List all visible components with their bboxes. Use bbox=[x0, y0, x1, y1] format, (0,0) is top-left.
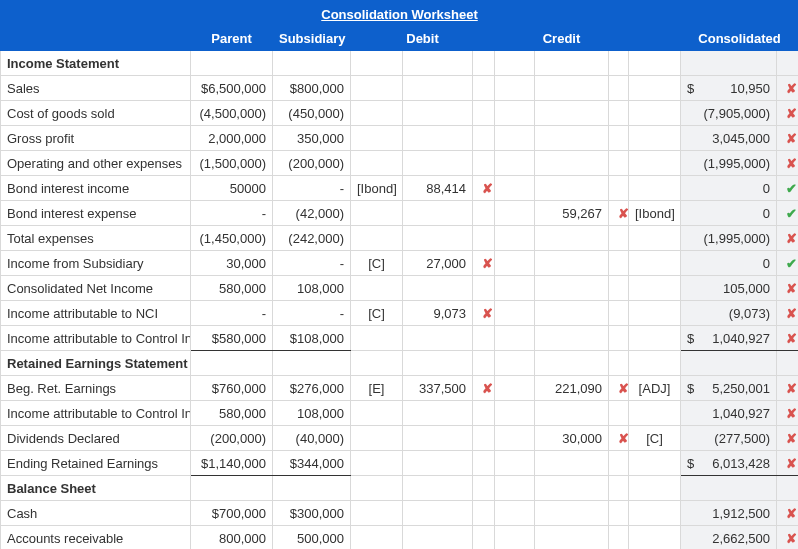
debit-cell[interactable] bbox=[403, 326, 473, 351]
row-label: Gross profit bbox=[1, 126, 191, 151]
section-heading: Retained Earnings Statement bbox=[1, 351, 191, 376]
debit-cell[interactable] bbox=[403, 451, 473, 476]
consolidated-mark: ✘ bbox=[777, 526, 799, 550]
debit-cell[interactable] bbox=[403, 76, 473, 101]
table-row: Beg. Ret. Earnings$760,000$276,000[E]337… bbox=[1, 376, 799, 401]
x-icon: ✘ bbox=[618, 431, 629, 446]
debit-cell[interactable] bbox=[403, 126, 473, 151]
debit-cell[interactable] bbox=[403, 526, 473, 550]
consolidated-cell[interactable]: 0 bbox=[681, 201, 777, 226]
credit-cell[interactable] bbox=[535, 151, 609, 176]
debit-cell[interactable] bbox=[403, 226, 473, 251]
x-icon: ✘ bbox=[786, 231, 797, 246]
debit-cell[interactable] bbox=[403, 401, 473, 426]
credit-mark: ✘ bbox=[609, 426, 629, 451]
table-row: Bond interest income50000-[Ibond]88,414✘… bbox=[1, 176, 799, 201]
col-parent: Parent bbox=[191, 26, 273, 51]
subsidiary-cell: $300,000 bbox=[273, 501, 351, 526]
consolidated-cell[interactable]: 1,040,927 bbox=[681, 401, 777, 426]
credit-cell[interactable] bbox=[535, 226, 609, 251]
debit-ref bbox=[351, 451, 403, 476]
debit-cell[interactable] bbox=[403, 151, 473, 176]
credit-cell[interactable] bbox=[535, 101, 609, 126]
consolidated-mark: ✘ bbox=[777, 401, 799, 426]
debit-mark bbox=[473, 126, 495, 151]
consolidated-cell[interactable]: $6,013,428 bbox=[681, 451, 777, 476]
credit-cell[interactable]: 221,090 bbox=[535, 376, 609, 401]
credit-cell[interactable]: 30,000 bbox=[535, 426, 609, 451]
debit-cell[interactable] bbox=[403, 426, 473, 451]
consolidated-mark: ✘ bbox=[777, 301, 799, 326]
credit-ref bbox=[629, 451, 681, 476]
debit-cell[interactable] bbox=[403, 101, 473, 126]
consolidated-mark: ✘ bbox=[777, 426, 799, 451]
consolidated-cell[interactable]: (277,500) bbox=[681, 426, 777, 451]
consolidated-cell[interactable]: 105,000 bbox=[681, 276, 777, 301]
debit-ref: [Ibond] bbox=[351, 176, 403, 201]
credit-ref bbox=[629, 126, 681, 151]
table-row: Dividends Declared(200,000)(40,000)30,00… bbox=[1, 426, 799, 451]
credit-mark bbox=[609, 226, 629, 251]
credit-cell[interactable] bbox=[535, 451, 609, 476]
debit-cell[interactable] bbox=[403, 201, 473, 226]
table-row: Cash$700,000$300,0001,912,500✘ bbox=[1, 501, 799, 526]
x-icon: ✘ bbox=[786, 106, 797, 121]
debit-mark: ✘ bbox=[473, 301, 495, 326]
consolidated-cell[interactable]: 3,045,000 bbox=[681, 126, 777, 151]
consolidated-cell[interactable]: 2,662,500 bbox=[681, 526, 777, 550]
credit-cell[interactable] bbox=[535, 176, 609, 201]
subsidiary-cell: (450,000) bbox=[273, 101, 351, 126]
subsidiary-cell: $276,000 bbox=[273, 376, 351, 401]
consolidated-cell[interactable]: (1,995,000) bbox=[681, 151, 777, 176]
table-row: Operating and other expenses(1,500,000)(… bbox=[1, 151, 799, 176]
consolidated-mark: ✘ bbox=[777, 101, 799, 126]
parent-cell: 30,000 bbox=[191, 251, 273, 276]
consolidated-cell[interactable]: (9,073) bbox=[681, 301, 777, 326]
credit-cell[interactable] bbox=[535, 401, 609, 426]
row-label: Income from Subsidiary bbox=[1, 251, 191, 276]
debit-cell[interactable]: 88,414 bbox=[403, 176, 473, 201]
col-credit: Credit bbox=[495, 26, 629, 51]
consolidated-cell[interactable]: 0 bbox=[681, 251, 777, 276]
credit-cell[interactable] bbox=[535, 501, 609, 526]
credit-cell[interactable]: 59,267 bbox=[535, 201, 609, 226]
debit-cell[interactable] bbox=[403, 276, 473, 301]
subsidiary-cell: - bbox=[273, 301, 351, 326]
consolidated-mark: ✘ bbox=[777, 226, 799, 251]
parent-cell: $700,000 bbox=[191, 501, 273, 526]
x-icon: ✘ bbox=[786, 306, 797, 321]
credit-cell[interactable] bbox=[535, 301, 609, 326]
parent-cell: (1,500,000) bbox=[191, 151, 273, 176]
consolidated-mark: ✘ bbox=[777, 126, 799, 151]
debit-cell[interactable] bbox=[403, 501, 473, 526]
credit-cell[interactable] bbox=[535, 526, 609, 550]
x-icon: ✘ bbox=[786, 156, 797, 171]
credit-mark: ✘ bbox=[609, 376, 629, 401]
row-label: Dividends Declared bbox=[1, 426, 191, 451]
debit-cell[interactable]: 9,073 bbox=[403, 301, 473, 326]
consolidated-cell[interactable]: (7,905,000) bbox=[681, 101, 777, 126]
credit-cell[interactable] bbox=[535, 326, 609, 351]
consolidated-cell[interactable]: (1,995,000) bbox=[681, 226, 777, 251]
credit-cell[interactable] bbox=[535, 251, 609, 276]
debit-cell[interactable]: 337,500 bbox=[403, 376, 473, 401]
credit-cell[interactable] bbox=[535, 276, 609, 301]
subsidiary-cell: (40,000) bbox=[273, 426, 351, 451]
credit-cell[interactable] bbox=[535, 76, 609, 101]
consolidated-cell[interactable]: $1,040,927 bbox=[681, 326, 777, 351]
debit-mark bbox=[473, 426, 495, 451]
credit-mark bbox=[609, 301, 629, 326]
consolidated-cell[interactable]: 1,912,500 bbox=[681, 501, 777, 526]
credit-cell[interactable] bbox=[535, 126, 609, 151]
credit-mark bbox=[609, 451, 629, 476]
debit-cell[interactable]: 27,000 bbox=[403, 251, 473, 276]
debit-mark: ✘ bbox=[473, 376, 495, 401]
consolidated-cell[interactable]: 0 bbox=[681, 176, 777, 201]
consolidated-cell[interactable]: $10,950 bbox=[681, 76, 777, 101]
credit-mark bbox=[609, 76, 629, 101]
consolidated-cell[interactable]: $5,250,001 bbox=[681, 376, 777, 401]
worksheet-title-link[interactable]: Consolidation Worksheet bbox=[321, 7, 478, 22]
consolidated-mark: ✘ bbox=[777, 326, 799, 351]
row-label: Bond interest expense bbox=[1, 201, 191, 226]
x-icon: ✘ bbox=[482, 256, 493, 271]
